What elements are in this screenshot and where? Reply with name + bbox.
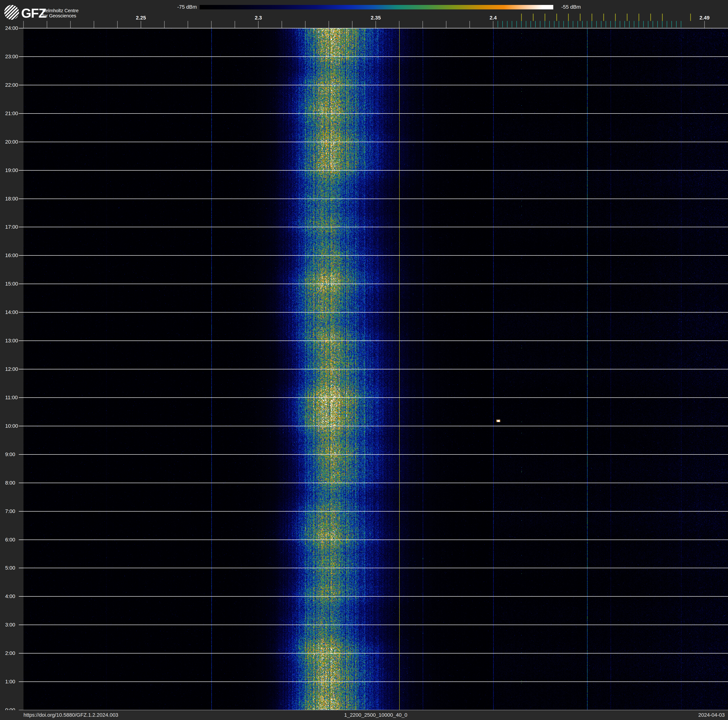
ble-channel-tick: [667, 21, 667, 28]
wifi-channel-tick: [533, 14, 534, 21]
time-axis-label: 15:00: [5, 281, 18, 287]
freq-minor-tick: [329, 21, 329, 28]
hour-gridline: [19, 539, 728, 540]
ble-channel-tick: [643, 21, 644, 28]
ble-channel-tick: [531, 21, 531, 28]
time-axis-label: 6:00: [5, 537, 15, 542]
ble-channel-tick: [573, 21, 573, 28]
ble-channel-tick: [676, 21, 677, 28]
freq-axis-label: 2.4: [483, 15, 504, 21]
wifi-channel-tick: [568, 14, 569, 21]
hour-gridline: [19, 170, 728, 171]
freq-minor-tick: [235, 21, 235, 28]
hour-gridline: [19, 113, 728, 114]
ble-channel-tick: [502, 21, 503, 28]
ble-channel-tick: [587, 21, 587, 28]
ble-channel-tick: [615, 21, 615, 28]
ble-channel-tick: [559, 21, 559, 28]
hour-gridline: [19, 653, 728, 654]
ble-channel-tick: [568, 21, 569, 28]
ble-channel-tick: [648, 21, 648, 28]
hour-gridline: [19, 255, 728, 256]
ble-channel-tick: [498, 21, 498, 28]
wifi-channel-tick: [639, 14, 639, 21]
freq-minor-tick: [422, 21, 423, 28]
freq-minor-tick: [470, 21, 470, 28]
time-axis-label: 5:00: [5, 565, 15, 571]
freq-minor-tick: [258, 21, 258, 28]
ble-channel-tick: [516, 21, 517, 28]
time-axis-label: 22:00: [5, 82, 18, 88]
ble-channel-tick: [535, 21, 536, 28]
ble-channel-tick: [629, 21, 630, 28]
spectrogram-page: GFZ Helmholtz Centre for Geosciences -75…: [0, 0, 728, 720]
wifi-channel-tick: [690, 14, 691, 21]
time-axis-label: 2:00: [5, 650, 15, 656]
time-axis-label: 3:00: [5, 622, 15, 628]
ble-channel-tick: [521, 21, 522, 28]
ble-channel-tick: [592, 21, 592, 28]
ble-channel-tick: [610, 21, 611, 28]
ble-channel-tick: [512, 21, 512, 28]
freq-axis-label: 2.35: [365, 15, 386, 21]
wifi-channel-tick: [615, 14, 616, 21]
hour-gridline: [19, 511, 728, 512]
freq-axis-label: 2.25: [130, 15, 151, 21]
ble-channel-tick: [601, 21, 601, 28]
hour-gridline: [19, 28, 728, 28]
ble-channel-tick: [634, 21, 634, 28]
hour-gridline: [19, 142, 728, 142]
freq-minor-tick: [211, 21, 212, 28]
time-axis-label: 16:00: [5, 253, 18, 258]
ble-channel-tick: [657, 21, 658, 28]
gfz-tagline: Helmholtz Centre for Geosciences: [42, 8, 79, 18]
wifi-channel-tick: [650, 14, 651, 21]
hour-gridline: [19, 568, 728, 568]
hour-gridline: [19, 483, 728, 483]
ble-channel-tick: [526, 21, 526, 28]
hour-gridline: [19, 199, 728, 199]
time-axis-label: 9:00: [5, 452, 15, 457]
freq-minor-tick: [352, 21, 352, 28]
wifi-channel-tick: [580, 14, 581, 21]
ble-channel-tick: [653, 21, 653, 28]
footer-bar: https://doi.org/10.5880/GFZ.1.2.2024.003…: [0, 710, 728, 720]
ble-channel-tick: [606, 21, 606, 28]
wifi-channel-tick: [592, 14, 592, 21]
wifi-channel-tick: [544, 14, 545, 21]
hour-gridline: [19, 454, 728, 455]
time-axis-label: 7:00: [5, 509, 15, 514]
ble-channel-tick: [578, 21, 578, 28]
time-axis-label: 24:00: [5, 25, 18, 31]
freq-minor-tick: [493, 21, 493, 28]
colorbar-min-label: -75 dBm: [153, 4, 197, 10]
wifi-channel-tick: [521, 14, 522, 21]
hour-gridline: [19, 57, 728, 57]
wifi-channel-tick: [603, 14, 604, 21]
ble-channel-tick: [549, 21, 550, 28]
time-axis-label: 10:00: [5, 423, 18, 429]
time-axis-label: 19:00: [5, 167, 18, 173]
freq-minor-tick: [141, 21, 141, 28]
hour-gridline: [19, 312, 728, 313]
freq-minor-tick: [305, 21, 306, 28]
time-axis-label: 13:00: [5, 338, 18, 343]
ble-channel-tick: [671, 21, 672, 28]
freq-minor-tick: [399, 21, 399, 28]
ble-channel-tick: [624, 21, 625, 28]
hour-gridline: [19, 682, 728, 682]
freq-minor-tick: [70, 21, 71, 28]
hour-gridline: [19, 369, 728, 369]
hour-gridline: [19, 85, 728, 85]
hour-gridline: [19, 625, 728, 625]
freq-minor-tick: [376, 21, 376, 28]
time-axis-label: 14:00: [5, 309, 18, 315]
time-axis-label: 8:00: [5, 480, 15, 486]
gfz-tagline-line2: for Geosciences: [42, 13, 79, 18]
hour-gridline: [19, 283, 728, 284]
hour-gridline: [19, 397, 728, 398]
time-axis-label: 12:00: [5, 366, 18, 372]
ble-channel-tick: [544, 21, 545, 28]
dataset-id: 1_2200_2500_10000_40_0: [23, 712, 728, 718]
gfz-tagline-line1: Helmholtz Centre: [42, 8, 79, 13]
